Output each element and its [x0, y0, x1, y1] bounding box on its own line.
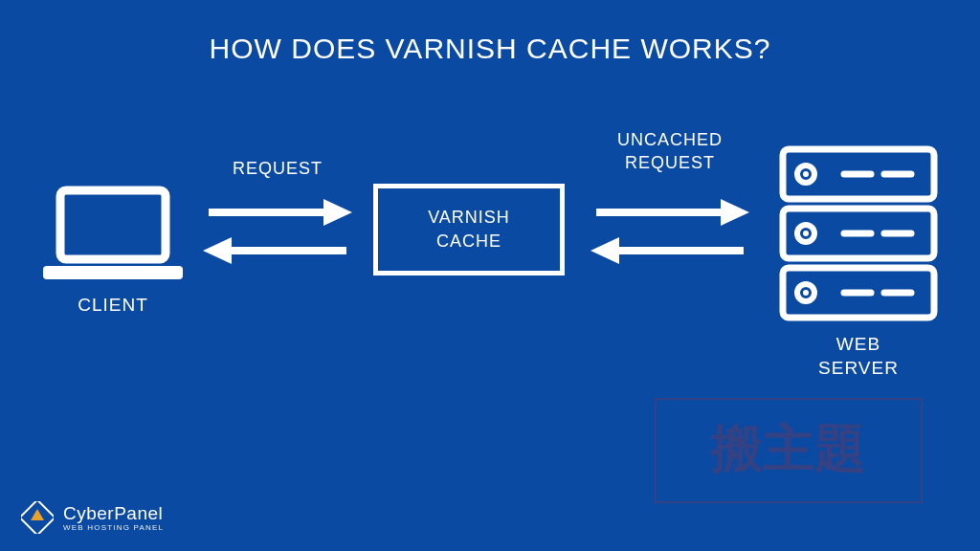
- cache-label-2: CACHE: [436, 231, 501, 251]
- diagram-title: HOW DOES VARNISH CACHE WORKS?: [0, 0, 980, 65]
- uncached-request-label: UNCACHED REQUEST: [579, 128, 761, 175]
- arrows-client-cache: [201, 191, 354, 281]
- server-label-1: WEB: [836, 334, 880, 354]
- client-node: [36, 186, 189, 290]
- brand-tagline: WEB HOSTING PANEL: [63, 524, 164, 532]
- svg-rect-1: [43, 266, 183, 279]
- watermark-stamp: 搬主題: [655, 398, 923, 503]
- watermark-text: 搬主題: [711, 414, 866, 484]
- cache-label-1: VARNISH: [428, 208, 510, 227]
- server-stack-icon: [777, 143, 940, 325]
- svg-rect-0: [60, 190, 166, 259]
- uncached-label-2: REQUEST: [625, 153, 715, 172]
- varnish-cache-node: VARNISH CACHE: [373, 184, 565, 276]
- svg-marker-7: [721, 199, 749, 226]
- diagram-canvas: CLIENT REQUEST VARNISH CACHE UNCACHED RE…: [0, 143, 980, 411]
- brand-logo: CyberPanel WEB HOSTING PANEL: [21, 501, 164, 534]
- svg-point-18: [803, 290, 809, 296]
- request-label: REQUEST: [201, 159, 354, 179]
- web-server-node: [777, 143, 940, 329]
- brand-text: CyberPanel WEB HOSTING PANEL: [63, 504, 164, 532]
- uncached-label-1: UNCACHED: [617, 130, 723, 149]
- svg-point-16: [803, 171, 809, 177]
- laptop-icon: [41, 186, 185, 286]
- client-label: CLIENT: [36, 295, 189, 316]
- svg-marker-3: [323, 199, 352, 226]
- cyberpanel-icon: [21, 501, 54, 534]
- brand-name: CyberPanel: [63, 504, 164, 522]
- svg-marker-9: [590, 237, 619, 264]
- server-label-2: SERVER: [818, 358, 899, 378]
- svg-point-17: [803, 231, 809, 236]
- web-server-label: WEB SERVER: [777, 333, 940, 380]
- arrows-cache-server: [589, 191, 751, 281]
- svg-marker-5: [203, 237, 232, 264]
